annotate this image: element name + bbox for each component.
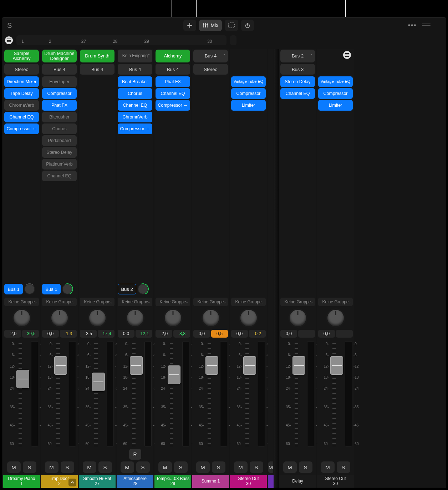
plugin-slot[interactable]: Tape Delay xyxy=(4,88,39,99)
fader-handle[interactable] xyxy=(205,356,218,375)
group-select[interactable]: Keine Gruppe xyxy=(80,298,114,306)
output-routing[interactable]: Stereo xyxy=(4,64,39,75)
fader-track[interactable] xyxy=(16,341,39,446)
channel-footer[interactable]: Dreamy Piano1 xyxy=(3,475,40,488)
fader-handle[interactable] xyxy=(292,356,305,375)
pan-knob[interactable] xyxy=(165,310,181,326)
output-routing[interactable]: Bus 4 xyxy=(42,64,77,75)
plugin-slot[interactable]: Chorus xyxy=(118,88,152,99)
chevron-up-icon[interactable] xyxy=(68,479,76,486)
plugin-slot[interactable]: Vintage Tube EQ xyxy=(231,76,266,87)
more-button[interactable]: ••• xyxy=(408,22,417,29)
channel-footer[interactable]: Trap Door2 xyxy=(41,475,78,488)
mini-scroll[interactable] xyxy=(230,35,236,45)
plugin-slot[interactable]: Chorus xyxy=(42,123,77,134)
instrument-slot[interactable]: Sample Alchemy xyxy=(4,50,39,62)
plugin-slot[interactable]: Phat FX xyxy=(42,100,77,111)
group-select[interactable]: Keine Gruppe xyxy=(4,298,39,306)
plugin-slot[interactable]: Compressor ← xyxy=(4,123,39,134)
fader-track[interactable] xyxy=(243,341,266,446)
plugin-slot[interactable]: Compressor ← xyxy=(118,123,152,134)
channel-footer[interactable]: Delay xyxy=(279,475,316,488)
channel-footer[interactable]: Tompki…08 Bass29 xyxy=(154,475,191,488)
mute-button[interactable]: M xyxy=(7,461,21,473)
power-button[interactable] xyxy=(241,20,254,31)
channel-footer[interactable]: Atmosphere28 xyxy=(117,475,153,488)
pan-knob[interactable] xyxy=(327,310,344,326)
plugin-slot[interactable]: Vintage Tube EQ xyxy=(318,76,353,87)
send-slot[interactable]: Bus 2 xyxy=(118,284,136,294)
pan-knob[interactable] xyxy=(290,310,306,326)
mute-button[interactable]: M xyxy=(283,461,297,473)
solo-button[interactable]: S xyxy=(174,461,188,473)
mute-button[interactable]: M xyxy=(83,461,96,473)
selection-button[interactable] xyxy=(225,20,238,31)
instrument-slot[interactable]: Bus 4 xyxy=(193,50,228,62)
channel-footer[interactable]: Summe 1 xyxy=(192,475,229,488)
instrument-slot[interactable]: Kein Eingang xyxy=(118,50,152,62)
channel-footer[interactable] xyxy=(268,475,274,488)
plugin-slot[interactable]: PlatinumVerb xyxy=(42,159,77,170)
solo-button[interactable]: S xyxy=(250,461,263,473)
filter-button[interactable] xyxy=(5,36,13,44)
fader-handle[interactable] xyxy=(130,356,143,375)
plugin-slot[interactable]: Compressor xyxy=(42,88,77,99)
plugin-slot[interactable]: Channel EQ xyxy=(118,100,152,111)
channel-footer[interactable]: Stereo Out30 xyxy=(230,475,267,488)
plugin-slot[interactable]: Beat Breaker xyxy=(118,76,152,87)
plugin-slot[interactable]: Phat FX xyxy=(156,76,190,87)
fader-track[interactable] xyxy=(92,341,114,446)
instrument-slot[interactable]: Drum Machine Designer xyxy=(42,50,77,62)
mute-button[interactable]: M xyxy=(268,461,273,473)
plugin-slot[interactable]: Stereo Delay xyxy=(280,76,315,87)
group-select[interactable]: Keine Gruppe xyxy=(318,298,353,306)
pan-knob[interactable] xyxy=(14,310,30,326)
add-button[interactable] xyxy=(183,20,196,31)
output-routing[interactable]: Bus 3 xyxy=(280,64,315,75)
plugin-slot[interactable]: Direction Mixer xyxy=(4,76,39,87)
plugin-slot[interactable]: Channel EQ xyxy=(156,88,190,99)
pan-knob[interactable] xyxy=(89,310,106,326)
fader-track[interactable] xyxy=(54,341,77,446)
mute-button[interactable]: M xyxy=(196,461,210,473)
channel-footer[interactable]: Smooth Hi-Hat27 xyxy=(79,475,116,488)
solo-button[interactable]: S xyxy=(337,461,350,473)
group-select[interactable]: Keine Gruppe xyxy=(42,298,77,306)
plugin-slot[interactable]: Bitcrusher xyxy=(42,112,77,122)
pan-knob[interactable] xyxy=(203,310,219,326)
mix-view-button[interactable]: Mix xyxy=(199,20,222,31)
solo-button[interactable]: S xyxy=(61,461,74,473)
fader-handle[interactable] xyxy=(330,356,343,375)
fader-track[interactable] xyxy=(168,341,190,446)
mute-button[interactable]: M xyxy=(45,461,58,473)
send-level-knob[interactable] xyxy=(62,284,73,294)
plugin-slot[interactable]: Compressor ← xyxy=(156,100,190,111)
fader-track[interactable] xyxy=(330,341,353,446)
fader-track[interactable] xyxy=(292,341,315,446)
group-select[interactable]: Keine Gruppe xyxy=(193,298,228,306)
fader-handle[interactable] xyxy=(92,373,105,391)
filter-button[interactable] xyxy=(343,51,351,59)
instrument-slot[interactable]: Drum Synth xyxy=(80,50,114,62)
group-select[interactable]: Keine Gruppe xyxy=(280,298,315,306)
plugin-slot[interactable]: Limiter xyxy=(231,100,266,111)
channel-footer[interactable]: Stereo Out30 xyxy=(317,475,354,488)
send-level-knob[interactable] xyxy=(24,284,35,294)
fader-handle[interactable] xyxy=(16,370,29,388)
instrument-slot[interactable]: Bus 2 xyxy=(280,50,315,62)
send-level-knob[interactable] xyxy=(138,284,148,294)
instrument-slot[interactable]: Alchemy xyxy=(156,50,190,62)
plugin-slot[interactable]: ChromaVerb xyxy=(4,100,39,111)
record-enable-button[interactable]: R xyxy=(129,449,141,460)
output-routing[interactable]: Stereo xyxy=(193,64,228,75)
plugin-slot[interactable]: Channel EQ xyxy=(42,171,77,181)
mute-button[interactable]: M xyxy=(121,461,134,473)
send-slot[interactable]: Bus 1 xyxy=(42,284,61,294)
fader-handle[interactable] xyxy=(54,356,67,375)
fader-handle[interactable] xyxy=(168,365,180,384)
solo-button[interactable]: S xyxy=(98,461,112,473)
plugin-slot[interactable]: Stereo Delay xyxy=(42,147,77,158)
output-routing[interactable]: Bus 4 xyxy=(156,64,190,75)
group-select[interactable]: Keine Gruppe xyxy=(118,298,152,306)
mute-button[interactable]: M xyxy=(321,461,335,473)
